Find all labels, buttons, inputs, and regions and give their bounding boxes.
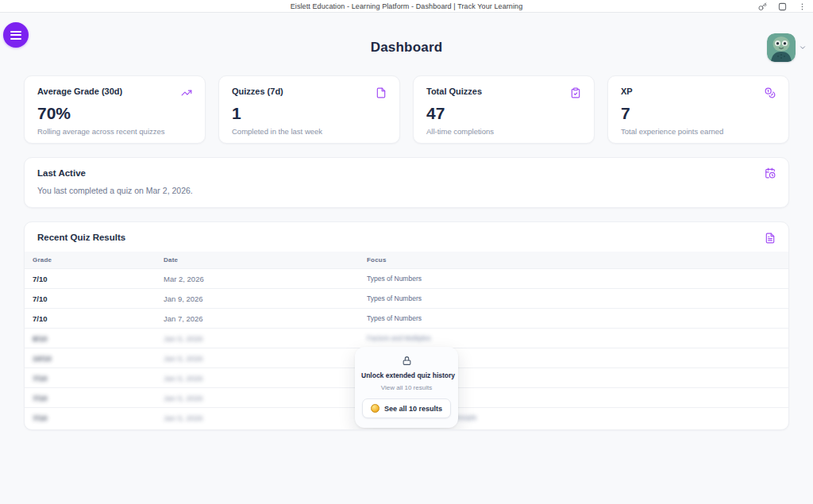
grade-cell: 10/10 — [25, 348, 156, 368]
date-cell: Mar 2, 2026 — [156, 269, 359, 289]
focus-cell: Types of Numbers — [359, 269, 788, 289]
results-title: Recent Quiz Results — [37, 233, 125, 242]
stat-subtitle: All-time completions — [426, 127, 581, 136]
stat-label: Quizzes (7d) — [232, 87, 283, 96]
file-text-icon — [765, 233, 776, 244]
stat-label: XP — [621, 87, 633, 96]
see-all-results-label: See all 10 results — [384, 405, 442, 413]
browser-chrome: Eislett Education - Learning Platform - … — [0, 0, 813, 13]
date-cell: Jan 5, 2026 — [156, 388, 359, 408]
avatar[interactable] — [767, 33, 796, 62]
stat-value: 47 — [426, 104, 581, 123]
stat-label: Total Quizzes — [426, 87, 482, 96]
focus-cell: Types of Numbers — [359, 309, 788, 329]
stats-row: Average Grade (30d) 70% Rolling average … — [24, 75, 789, 144]
see-all-results-button[interactable]: See all 10 results — [362, 398, 451, 418]
grade-cell: 7/10 — [25, 289, 156, 309]
grade-cell: 7/10 — [25, 388, 156, 408]
date-cell: Jan 5, 2026 — [156, 348, 359, 368]
trending-up-icon — [181, 87, 192, 98]
column-header-grade: Grade — [25, 252, 156, 269]
unlock-history-popover: Unlock extended quiz history View all 10… — [355, 347, 458, 428]
table-row: 8/10 Jan 5, 2026 Factors and Multiples — [25, 329, 788, 348]
stat-subtitle: Completed in the last week — [232, 127, 387, 136]
stat-value: 7 — [621, 104, 776, 123]
date-cell: Jan 5, 2026 — [156, 329, 359, 348]
date-cell: Jan 9, 2026 — [156, 289, 359, 309]
last-active-message: You last completed a quiz on Mar 2, 2026… — [37, 186, 776, 195]
grade-cell: 7/10 — [25, 269, 156, 289]
table-header-row: Grade Date Focus — [25, 252, 788, 269]
column-header-date: Date — [156, 252, 359, 269]
stat-value: 1 — [232, 104, 387, 123]
chevron-down-icon[interactable] — [799, 44, 807, 52]
lock-icon — [361, 356, 452, 366]
coin-icon — [371, 404, 380, 413]
file-icon — [376, 87, 387, 98]
grade-cell: 7/10 — [25, 408, 156, 428]
coins-icon — [765, 87, 776, 98]
grade-cell: 7/10 — [25, 309, 156, 329]
focus-cell: Types of Numbers — [359, 289, 788, 309]
table-row: 7/10 Jan 9, 2026 Types of Numbers — [25, 289, 788, 309]
date-cell: Jan 7, 2026 — [156, 309, 359, 329]
stat-subtitle: Rolling average across recent quizzes — [37, 127, 192, 136]
app-header: Dashboard — [0, 13, 813, 63]
stat-card-total-quizzes: Total Quizzes 47 All-time completions — [413, 75, 595, 144]
focus-cell: Factors and Multiples — [359, 329, 788, 348]
grade-cell: 8/10 — [25, 329, 156, 348]
password-key-icon[interactable] — [757, 2, 767, 11]
tab-overview-icon[interactable] — [777, 2, 787, 11]
recent-quiz-results-card: Recent Quiz Results Grade Date Focus 7/1… — [24, 221, 789, 430]
date-cell: Jan 5, 2026 — [156, 408, 359, 428]
turtle-avatar-image — [767, 33, 796, 62]
stat-value: 70% — [37, 104, 192, 123]
table-row: 7/10 Mar 2, 2026 Types of Numbers — [25, 269, 788, 289]
clipboard-check-icon — [570, 87, 581, 98]
unlock-subtitle: View all 10 results — [361, 384, 452, 391]
grade-cell: 7/10 — [25, 368, 156, 388]
date-cell: Jan 5, 2026 — [156, 368, 359, 388]
stat-card-xp: XP 7 Total experience points earned — [607, 75, 789, 144]
stat-card-average-grade: Average Grade (30d) 70% Rolling average … — [24, 75, 206, 144]
stat-subtitle: Total experience points earned — [621, 127, 776, 136]
unlock-title: Unlock extended quiz history — [361, 371, 452, 379]
stat-label: Average Grade (30d) — [37, 87, 122, 96]
last-active-card: Last Active You last completed a quiz on… — [24, 157, 789, 208]
calendar-clock-icon — [765, 167, 776, 179]
table-row: 7/10 Jan 7, 2026 Types of Numbers — [25, 309, 788, 329]
page-title: Dashboard — [0, 40, 813, 56]
last-active-title: Last Active — [37, 168, 776, 178]
column-header-focus: Focus — [359, 252, 788, 269]
stat-card-quizzes-7d: Quizzes (7d) 1 Completed in the last wee… — [218, 75, 400, 144]
browser-tab-title: Eislett Education - Learning Platform - … — [291, 2, 523, 10]
kebab-menu-icon[interactable] — [797, 2, 807, 11]
